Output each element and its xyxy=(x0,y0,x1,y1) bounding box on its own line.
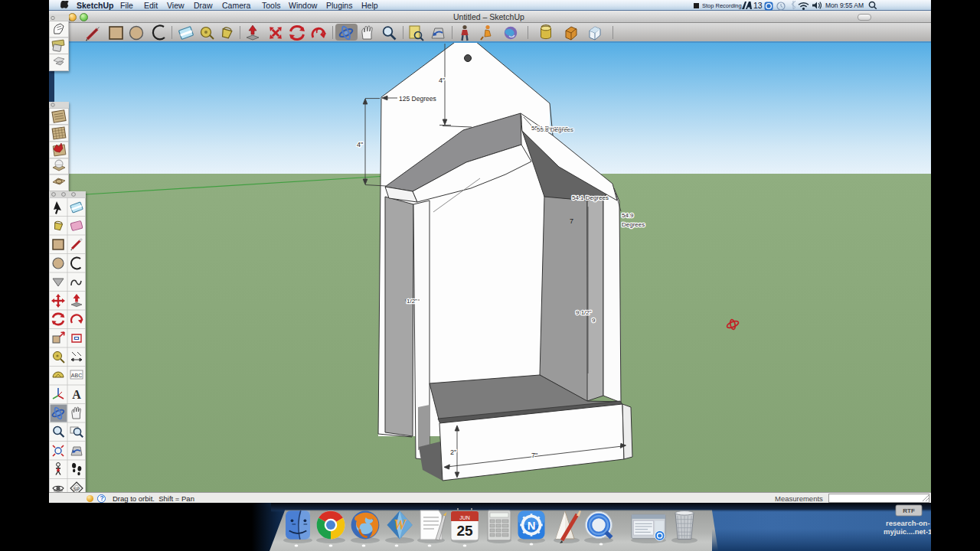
svg-text:2": 2" xyxy=(450,448,456,456)
svg-text:W: W xyxy=(394,517,407,533)
svg-text:125 Degrees: 125 Degrees xyxy=(399,95,436,103)
svg-text:1/2": 1/2" xyxy=(407,298,417,305)
svg-text:RTF: RTF xyxy=(903,507,915,514)
svg-text:SP: SP xyxy=(74,487,80,491)
svg-text:7": 7" xyxy=(531,452,537,459)
svg-text:9 1/2": 9 1/2" xyxy=(576,309,592,316)
svg-text:4": 4" xyxy=(439,77,445,84)
svg-text:54.9: 54.9 xyxy=(622,212,634,219)
svg-text:55.8 Degrees: 55.8 Degrees xyxy=(537,126,573,133)
svg-text:4": 4" xyxy=(357,141,363,148)
svg-text:54.1 Degrees: 54.1 Degrees xyxy=(572,194,609,201)
svg-text:A: A xyxy=(72,388,81,401)
svg-text:7: 7 xyxy=(570,217,573,225)
svg-text:N: N xyxy=(528,520,536,532)
svg-text:9: 9 xyxy=(592,317,596,324)
svg-text:JUN: JUN xyxy=(459,515,470,520)
svg-text:research-on-: research-on- xyxy=(886,519,930,527)
svg-text:myjuic....net-1: myjuic....net-1 xyxy=(884,527,931,536)
svg-text:ABC: ABC xyxy=(71,373,82,378)
svg-text:25: 25 xyxy=(456,523,473,539)
svg-text:Degrees: Degrees xyxy=(622,221,645,228)
